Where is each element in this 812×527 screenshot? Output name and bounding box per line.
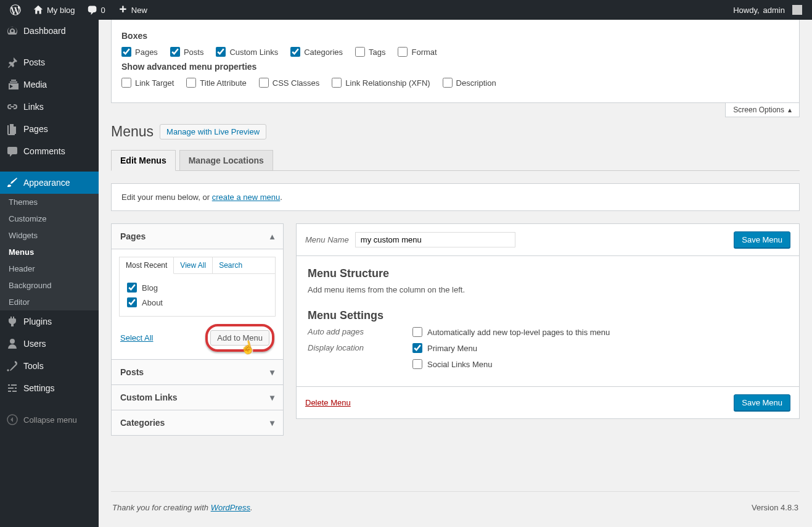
submenu-background[interactable]: Background xyxy=(0,277,99,294)
sidebar-label: Tools xyxy=(23,361,44,371)
sidebar-label: Appearance xyxy=(23,178,70,188)
pages-accordion: Pages ▴ Most Recent View All Search Blog… xyxy=(111,223,284,360)
avatar xyxy=(792,5,802,15)
custom-links-accordion-toggle[interactable]: Custom Links ▾ xyxy=(112,385,283,410)
box-pages[interactable]: Pages xyxy=(121,47,158,57)
sidebar-item-appearance[interactable]: Appearance xyxy=(0,172,99,194)
pages-accordion-toggle[interactable]: Pages ▴ xyxy=(112,224,283,249)
site-name-link[interactable]: My blog xyxy=(28,0,80,20)
advanced-heading: Show advanced menu properties xyxy=(121,62,789,72)
user-icon xyxy=(6,338,18,350)
caret-up-icon: ▴ xyxy=(270,231,274,241)
notice: Edit your menu below, or create a new me… xyxy=(111,183,800,211)
main-content: Boxes Pages Posts Custom Links Categorie… xyxy=(99,20,812,527)
box-custom-links[interactable]: Custom Links xyxy=(216,47,278,57)
box-tags[interactable]: Tags xyxy=(355,47,385,57)
version-label: Version 4.8.3 xyxy=(752,503,798,512)
highlight-annotation: Add to Menu ☝️ xyxy=(205,324,274,352)
submenu-menus[interactable]: Menus xyxy=(0,244,99,260)
new-content-link[interactable]: New xyxy=(113,0,152,20)
menu-footer: Delete Menu Save Menu xyxy=(296,387,800,419)
comments-link[interactable]: 0 xyxy=(83,0,110,20)
posts-accordion-toggle[interactable]: Posts ▾ xyxy=(112,360,283,384)
menu-body: Menu Structure Add menu items from the c… xyxy=(296,256,800,387)
add-to-menu-button[interactable]: Add to Menu xyxy=(210,330,269,346)
box-posts[interactable]: Posts xyxy=(170,47,204,57)
box-format[interactable]: Format xyxy=(398,47,437,57)
adv-description[interactable]: Description xyxy=(443,78,496,88)
submenu-customize[interactable]: Customize xyxy=(0,210,99,227)
tab-manage-locations[interactable]: Manage Locations xyxy=(179,150,273,170)
sidebar-label: Pages xyxy=(23,124,48,134)
page-footer: Thank you for creating with WordPress. V… xyxy=(111,491,800,523)
screen-options-toggle[interactable]: Screen Options ▴ xyxy=(725,103,800,117)
caret-down-icon: ▾ xyxy=(270,418,274,428)
tab-edit-menus[interactable]: Edit Menus xyxy=(111,150,176,171)
plugin-icon xyxy=(6,315,18,328)
categories-accordion: Categories ▾ xyxy=(111,410,284,436)
wordpress-link[interactable]: WordPress xyxy=(211,503,250,512)
sidebar-item-posts[interactable]: Posts xyxy=(0,51,99,73)
location-primary[interactable]: Primary Menu xyxy=(412,343,493,353)
sidebar-label: Users xyxy=(23,339,46,349)
pin-icon xyxy=(6,56,18,68)
tabs: Edit Menus Manage Locations xyxy=(111,150,800,171)
comment-icon xyxy=(88,5,97,15)
save-menu-bottom-button[interactable]: Save Menu xyxy=(734,394,790,411)
adv-link-target[interactable]: Link Target xyxy=(121,78,174,88)
submenu-themes[interactable]: Themes xyxy=(0,194,99,210)
sidebar-label: Links xyxy=(23,102,44,112)
adv-link-relationship[interactable]: Link Relationship (XFN) xyxy=(332,78,430,88)
site-name: My blog xyxy=(47,6,75,15)
link-icon xyxy=(6,101,18,113)
chevron-up-icon: ▴ xyxy=(788,106,792,114)
page-item-about[interactable]: About xyxy=(126,295,269,310)
delete-menu-link[interactable]: Delete Menu xyxy=(305,398,351,407)
sidebar-item-users[interactable]: Users xyxy=(0,333,99,355)
home-icon xyxy=(33,5,43,15)
submenu-editor[interactable]: Editor xyxy=(0,294,99,310)
plus-icon xyxy=(118,5,128,15)
sidebar-item-tools[interactable]: Tools xyxy=(0,355,99,377)
caret-down-icon: ▾ xyxy=(270,392,274,402)
create-new-menu-link[interactable]: create a new menu xyxy=(212,193,281,202)
sidebar-item-plugins[interactable]: Plugins xyxy=(0,310,99,333)
menu-name-label: Menu Name xyxy=(305,235,349,244)
submenu-widgets[interactable]: Widgets xyxy=(0,227,99,244)
sidebar-item-settings[interactable]: Settings xyxy=(0,377,99,399)
caret-down-icon: ▾ xyxy=(270,367,274,377)
account-link[interactable]: Howdy, admin xyxy=(728,0,807,20)
live-preview-button[interactable]: Manage with Live Preview xyxy=(160,124,266,139)
sidebar-label: Dashboard xyxy=(23,26,66,36)
mini-tab-search[interactable]: Search xyxy=(213,257,248,273)
adv-title-attribute[interactable]: Title Attribute xyxy=(186,78,246,88)
boxes-heading: Boxes xyxy=(121,31,789,41)
save-menu-top-button[interactable]: Save Menu xyxy=(734,231,790,248)
sidebar-item-comments[interactable]: Comments xyxy=(0,140,99,162)
sidebar-label: Media xyxy=(23,80,47,89)
page-item-blog[interactable]: Blog xyxy=(126,280,269,295)
sidebar-item-media[interactable]: Media xyxy=(0,73,99,96)
sidebar-item-dashboard[interactable]: Dashboard xyxy=(0,20,99,42)
box-categories[interactable]: Categories xyxy=(290,47,343,57)
media-icon xyxy=(6,78,18,91)
submenu-header[interactable]: Header xyxy=(0,260,99,277)
menu-name-row: Menu Name Save Menu xyxy=(296,223,800,256)
auto-add-option[interactable]: Automatically add new top-level pages to… xyxy=(412,327,610,337)
collapse-menu[interactable]: Collapse menu xyxy=(0,409,99,431)
howdy-prefix: Howdy, xyxy=(733,6,759,15)
sidebar-item-pages[interactable]: Pages xyxy=(0,118,99,140)
sidebar-label: Comments xyxy=(23,146,65,156)
menu-structure-heading: Menu Structure xyxy=(308,267,788,280)
categories-accordion-toggle[interactable]: Categories ▾ xyxy=(112,410,283,435)
menu-name-input[interactable] xyxy=(355,232,515,247)
location-social[interactable]: Social Links Menu xyxy=(412,359,493,369)
mini-tab-viewall[interactable]: View All xyxy=(174,257,213,273)
menu-structure-desc: Add menu items from the column on the le… xyxy=(308,285,788,294)
adv-css-classes[interactable]: CSS Classes xyxy=(259,78,320,88)
mini-tab-recent[interactable]: Most Recent xyxy=(120,257,174,274)
wp-logo[interactable] xyxy=(5,0,26,20)
select-all-link[interactable]: Select All xyxy=(120,333,153,342)
comment-icon xyxy=(6,145,18,157)
sidebar-item-links[interactable]: Links xyxy=(0,96,99,118)
